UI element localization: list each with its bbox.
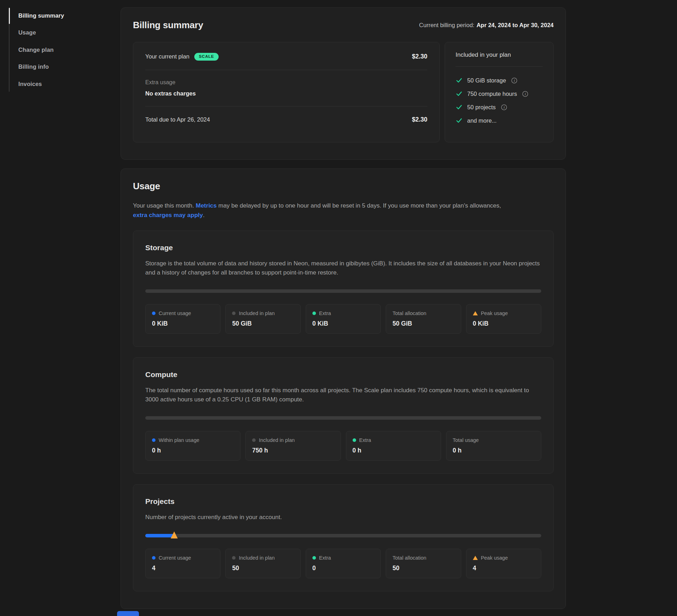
billing-period-label: Current billing period:: [419, 22, 475, 28]
stat-tile-total-allocation: Total allocation 50 GiB: [386, 304, 461, 334]
included-item-more: and more...: [456, 115, 543, 126]
storage-progress-bar: [145, 289, 541, 293]
stat-tile-total-usage: Total usage 0 h: [446, 431, 541, 461]
billing-period-value: Apr 24, 2024 to Apr 30, 2024: [476, 22, 554, 28]
info-icon[interactable]: i: [501, 104, 507, 110]
orange-triangle-icon: [473, 556, 478, 560]
stat-label: Peak usage: [481, 555, 508, 561]
blue-dot-icon: [152, 312, 155, 315]
stat-value: 0: [312, 565, 374, 572]
stat-value: 4: [473, 565, 535, 572]
compute-card-description: The total number of compute hours used s…: [145, 386, 541, 404]
sidebar-active-indicator: [9, 8, 10, 24]
stat-tile-extra: Extra 0 KiB: [306, 304, 381, 334]
gray-dot-icon: [232, 312, 236, 315]
stat-label: Included in plan: [259, 437, 295, 443]
stat-tile-within-plan-usage: Within plan usage 0 h: [145, 431, 240, 461]
stat-value: 0 KiB: [473, 320, 535, 327]
projects-card: Projects Number of projects currently ac…: [133, 484, 554, 591]
sidebar-item-usage[interactable]: Usage: [9, 24, 100, 42]
divider: [145, 106, 427, 106]
stat-tile-extra: Extra 0: [306, 549, 381, 578]
stat-label: Included in plan: [239, 310, 275, 316]
total-due-amount: $2.30: [412, 116, 427, 123]
green-dot-icon: [312, 312, 316, 315]
usage-intro-text: .: [203, 212, 205, 218]
metrics-link[interactable]: Metrics: [196, 202, 217, 209]
stat-label: Extra: [319, 310, 331, 316]
blue-dot-icon: [152, 438, 155, 442]
stat-label: Extra: [359, 437, 371, 443]
extra-charges-link[interactable]: extra charges may apply: [133, 212, 203, 218]
orange-triangle-icon: [473, 311, 478, 315]
check-icon: [456, 104, 463, 111]
check-icon: [456, 77, 463, 84]
usage-intro-text: Your usage this month.: [133, 202, 196, 209]
usage-intro: Your usage this month. Metrics may be de…: [133, 201, 507, 220]
stat-value: 750 h: [252, 447, 334, 454]
svg-text:i: i: [525, 92, 526, 96]
stat-label: Within plan usage: [159, 437, 199, 443]
sidebar-item-billing-summary[interactable]: Billing summary: [9, 7, 100, 24]
stat-tile-current-usage: Current usage 0 KiB: [145, 304, 220, 334]
stat-label: Total allocation: [392, 555, 426, 561]
included-item-label: 750 compute hours: [467, 91, 517, 97]
billing-period: Current billing period:Apr 24, 2024 to A…: [419, 22, 554, 29]
blue-dot-icon: [152, 556, 155, 560]
sidebar-item-invoices[interactable]: Invoices: [9, 75, 100, 93]
stat-tile-peak-usage: Peak usage 0 KiB: [466, 304, 541, 334]
stat-tile-included-in-plan: Included in plan 750 h: [245, 431, 341, 461]
plan-badge: SCALE: [194, 53, 219, 61]
projects-progress-fill: [145, 534, 174, 537]
stat-value: 0 h: [453, 447, 535, 454]
check-icon: [456, 117, 463, 124]
sidebar-item-billing-info[interactable]: Billing info: [9, 58, 100, 76]
stat-value: 4: [152, 565, 214, 572]
storage-card-title: Storage: [145, 244, 541, 252]
compute-card-title: Compute: [145, 370, 541, 379]
total-due-label: Total due to Apr 26, 2024: [145, 116, 210, 123]
usage-title: Usage: [133, 181, 554, 192]
current-plan-card: Your current plan SCALE $2.30 Extra usag…: [133, 42, 440, 142]
usage-intro-text: may be delayed by up to one hour and wil…: [217, 202, 501, 209]
storage-card-description: Storage is the total volume of data and …: [145, 259, 541, 277]
included-item-projects: 50 projects i: [456, 102, 543, 112]
stat-tile-total-allocation: Total allocation 50: [386, 549, 461, 578]
current-plan-label: Your current plan: [145, 53, 189, 60]
plan-amount: $2.30: [412, 53, 427, 60]
stat-tile-included-in-plan: Included in plan 50 GiB: [225, 304, 300, 334]
peak-marker-triangle-icon: [171, 531, 178, 538]
gray-dot-icon: [252, 438, 256, 442]
info-icon[interactable]: i: [511, 78, 517, 84]
main-content: Billing summary Current billing period:A…: [121, 7, 566, 609]
storage-card: Storage Storage is the total volume of d…: [133, 230, 554, 347]
stat-value: 0 KiB: [312, 320, 374, 327]
usage-panel: Usage Your usage this month. Metrics may…: [121, 168, 566, 609]
partially-visible-button[interactable]: [117, 611, 139, 616]
svg-text:i: i: [514, 79, 515, 82]
projects-progress-bar: [145, 534, 541, 537]
extra-usage-label: Extra usage: [145, 79, 427, 86]
included-in-plan-card: Included in your plan 50 GiB storage i: [445, 42, 554, 142]
divider: [456, 66, 543, 67]
stat-label: Current usage: [159, 555, 191, 561]
included-item-label: 50 projects: [467, 104, 496, 111]
extra-usage-value: No extras charges: [145, 90, 427, 97]
stat-tile-peak-usage: Peak usage 4: [466, 549, 541, 578]
included-item-label: 50 GiB storage: [467, 77, 506, 84]
billing-sidebar: Billing summary Usage Change plan Billin…: [9, 7, 100, 93]
info-icon[interactable]: i: [522, 91, 528, 97]
stat-value: 50 GiB: [392, 320, 454, 327]
stat-tile-included-in-plan: Included in plan 50: [225, 549, 300, 578]
stat-label: Peak usage: [481, 310, 508, 316]
check-icon: [456, 90, 463, 97]
stat-value: 50: [232, 565, 294, 572]
stat-label: Included in plan: [239, 555, 275, 561]
stat-value: 50: [392, 565, 454, 572]
included-item-storage: 50 GiB storage i: [456, 75, 543, 86]
stat-label: Total usage: [453, 437, 479, 443]
divider: [145, 70, 427, 70]
sidebar-item-change-plan[interactable]: Change plan: [9, 41, 100, 58]
stat-tile-current-usage: Current usage 4: [145, 549, 220, 578]
page-title: Billing summary: [133, 20, 203, 31]
